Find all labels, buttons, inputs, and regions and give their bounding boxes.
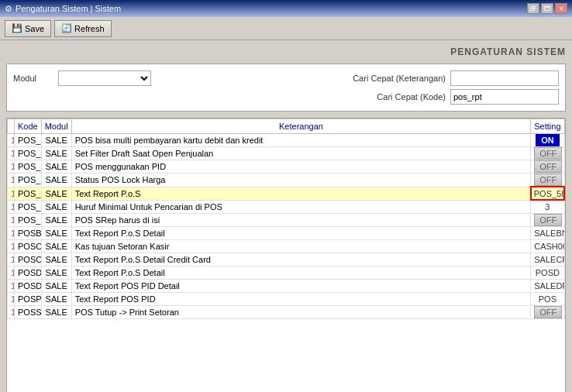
table-row[interactable]: 163POSD_RPTSALEText Report P.o.S DetailP… [8, 266, 565, 280]
table-row[interactable]: 162POSCRCV_RPTSALEText Report P.o.S Deta… [8, 253, 565, 266]
cell-num: 158 [8, 200, 15, 214]
toggle-on[interactable]: ON [536, 134, 560, 146]
close-button[interactable]: ✕ [555, 3, 567, 14]
cell-setting[interactable]: OFF [531, 306, 564, 319]
cell-kode: POSSES_AUTOPRN [15, 306, 42, 319]
window-title: Pengaturan Sistem | Sistem [16, 4, 121, 13]
col-setting: Setting [531, 119, 564, 134]
cell-keterangan: Set Filter Draft Saat Open Penjualan [71, 147, 531, 160]
cell-num: 155 [8, 160, 15, 174]
table-row[interactable]: 161POSCOLLECTSALEKas tujuan Setoran Kasi… [8, 240, 565, 253]
cell-setting[interactable]: OFF [531, 174, 564, 187]
cell-kode: POSCRCV_RPT [15, 253, 42, 266]
table-row[interactable]: 164POSDPID_RPTSALEText Report POS PID De… [8, 280, 565, 293]
cell-num: 165 [8, 293, 15, 306]
modul-row: Modul [13, 70, 151, 86]
cell-kode: POSDPID_RPT [15, 280, 42, 293]
cell-setting[interactable]: POSD [531, 266, 564, 280]
search-fast-label: Cari Cepat (Keterangan) [329, 74, 446, 83]
cell-num: 157 [8, 187, 15, 200]
cell-setting[interactable]: OFF [531, 160, 564, 174]
page-title: PENGATURAN SISTEM [6, 46, 566, 57]
cell-keterangan: Text Report P.o.S Detail [71, 266, 531, 280]
cell-keterangan: Kas tujuan Setoran Kasir [71, 240, 531, 253]
cell-num: 161 [8, 240, 15, 253]
cell-setting[interactable]: SALEBNS [531, 227, 564, 240]
cell-modul: SALE [41, 200, 71, 214]
cell-num: 164 [8, 280, 15, 293]
table-container[interactable]: Kode Modul Keterangan Setting 153POS_MUL… [6, 118, 566, 392]
cell-keterangan: Status POS Lock Harga [71, 174, 531, 187]
cell-modul: SALE [41, 227, 71, 240]
cell-keterangan: POS menggunakan PID [71, 160, 531, 174]
toolbar: 💾 Save 🔄 Refresh [0, 17, 572, 40]
table-row[interactable]: 165POSPID_RPTSALEText Report POS PIDPOS [8, 293, 565, 306]
cell-setting[interactable]: POS_58mm [531, 187, 564, 200]
cell-setting[interactable]: CASH00 [531, 240, 564, 253]
table-header-row: Kode Modul Keterangan Setting [8, 119, 565, 134]
cell-kode: POS_SEARCH_LIMITW [15, 200, 42, 214]
setting-value: SALEBNS [534, 229, 564, 238]
toggle-off[interactable]: OFF [534, 160, 562, 173]
col-kode: Kode [15, 119, 42, 134]
toggle-off[interactable]: OFF [534, 147, 562, 160]
cell-modul: SALE [41, 134, 71, 147]
toggle-off[interactable]: OFF [534, 214, 562, 226]
restore-button[interactable]: 🗗 [527, 3, 539, 14]
save-label: Save [25, 24, 44, 33]
save-button[interactable]: 💾 Save [5, 20, 51, 37]
table-row[interactable]: 155POS_PIDSALEPOS menggunakan PIDOFF [8, 160, 565, 174]
cell-setting[interactable]: POS [531, 293, 564, 306]
form-area: Modul Cari Cepat (Keterangan) Cari Cepat… [6, 64, 566, 112]
cell-modul: SALE [41, 174, 71, 187]
search-code-input[interactable] [450, 89, 559, 105]
table-row[interactable]: 153POS_MULTI_PAYMENTSALEPOS bisa multi p… [8, 134, 565, 147]
toggle-off[interactable]: OFF [534, 306, 562, 318]
col-keterangan: Keterangan [71, 119, 531, 134]
cell-setting[interactable]: 3 [531, 200, 564, 214]
table-row[interactable]: 158POS_SEARCH_LIMITWSALEHuruf Minimal Un… [8, 200, 565, 214]
table-row[interactable]: 166POSSES_AUTOPRNSALEPOS Tutup -> Print … [8, 306, 565, 319]
maximize-button[interactable]: 🗖 [541, 3, 553, 14]
cell-modul: SALE [41, 253, 71, 266]
cell-num: 160 [8, 227, 15, 240]
cell-kode: POSD_RPT [15, 266, 42, 280]
table-row[interactable]: 159POS_SREPSALEPOS SRep harus di isiOFF [8, 214, 565, 227]
table-row[interactable]: 156POS_PRICE_LOCKSALEStatus POS Lock Har… [8, 174, 565, 187]
cell-setting[interactable]: SALEDPID [531, 280, 564, 293]
setting-value-highlighted: POS_58mm [534, 189, 564, 198]
cell-setting[interactable]: OFF [531, 214, 564, 227]
refresh-button[interactable]: 🔄 Refresh [54, 20, 112, 37]
cell-kode: POSPID_RPT [15, 293, 42, 306]
cell-keterangan: Text Report POS PID [71, 293, 531, 306]
cell-keterangan: POS Tutup -> Print Setoran [71, 306, 531, 319]
cell-keterangan: POS SRep harus di isi [71, 214, 531, 227]
refresh-icon: 🔄 [61, 23, 72, 33]
table-row[interactable]: 154POS_OPEN_DRAFTSALESet Filter Draft Sa… [8, 147, 565, 160]
search-fast-input[interactable] [450, 70, 559, 86]
title-bar-left: ⚙ Pengaturan Sistem | Sistem [5, 4, 121, 14]
cell-keterangan: Text Report POS PID Detail [71, 280, 531, 293]
toggle-off[interactable]: OFF [534, 174, 562, 186]
save-icon: 💾 [12, 23, 22, 33]
table-row[interactable]: 157POS_RPTSALEText Report P.o.SPOS_58mm [8, 187, 565, 200]
cell-modul: SALE [41, 280, 71, 293]
cell-setting[interactable]: OFF [531, 147, 564, 160]
cell-num: 166 [8, 306, 15, 319]
cell-setting[interactable]: ON [531, 134, 564, 147]
modul-select[interactable] [58, 70, 151, 86]
cell-setting[interactable]: SALECRCV [531, 253, 564, 266]
cell-num: 153 [8, 134, 15, 147]
setting-value: POSD [536, 268, 560, 277]
cell-modul: SALE [41, 293, 71, 306]
cell-kode: POSBNS_RPT [15, 227, 42, 240]
cell-keterangan: Huruf Minimal Untuk Pencarian di POS [71, 200, 531, 214]
cell-kode: POS_RPT [15, 187, 42, 200]
col-num [8, 119, 15, 134]
search-code-row: Cari Cepat (Kode) [329, 89, 559, 105]
cell-num: 163 [8, 266, 15, 280]
refresh-label: Refresh [74, 24, 105, 33]
table-row[interactable]: 160POSBNS_RPTSALEText Report P.o.S Detai… [8, 227, 565, 240]
cell-kode: POS_PRICE_LOCK [15, 174, 42, 187]
modul-label: Modul [13, 74, 52, 83]
